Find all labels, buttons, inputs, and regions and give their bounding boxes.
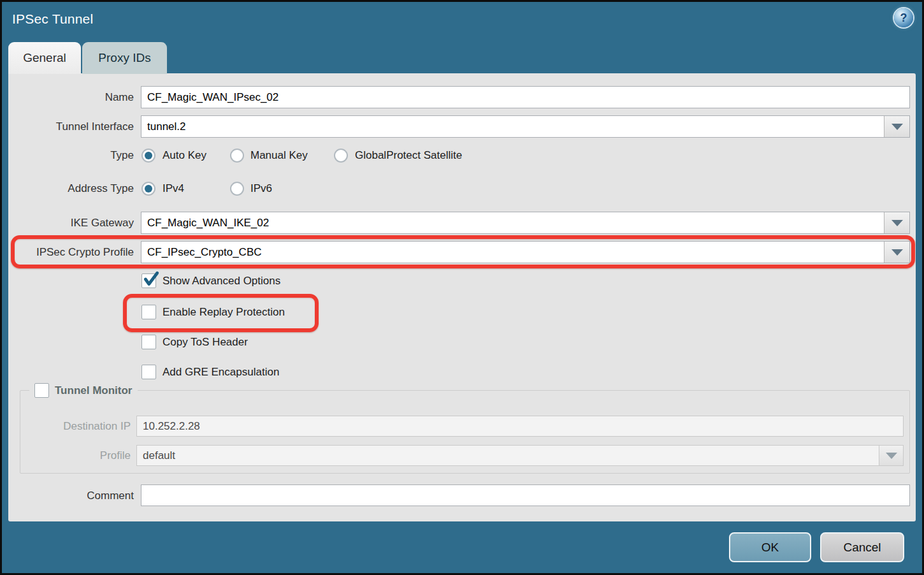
checkbox-show-advanced-options-label: Show Advanced Options xyxy=(162,273,280,288)
profile-dropdown-trigger[interactable] xyxy=(879,446,903,465)
ike-gateway-input[interactable] xyxy=(141,212,884,233)
ike-gateway-label: IKE Gateway xyxy=(8,212,134,234)
general-tab-panel: Name Tunnel Interface Type Auto Key Manu… xyxy=(8,73,916,521)
chevron-down-icon xyxy=(892,220,903,226)
radio-manual-key[interactable] xyxy=(230,149,244,163)
dialog-title: IPSec Tunnel xyxy=(12,11,93,27)
radio-ipv4[interactable] xyxy=(141,182,155,196)
destination-ip-input[interactable] xyxy=(136,416,904,437)
ike-gateway-combo xyxy=(141,212,910,234)
checkbox-enable-replay-protection[interactable] xyxy=(141,305,156,319)
tunnel-monitor-fieldset: Tunnel Monitor Destination IP Profile xyxy=(20,390,910,474)
checkbox-add-gre-encapsulation[interactable] xyxy=(141,365,156,379)
radio-auto-key[interactable] xyxy=(141,149,155,163)
name-label: Name xyxy=(8,86,134,108)
tunnel-interface-label: Tunnel Interface xyxy=(8,115,134,138)
tab-proxy-ids[interactable]: Proxy IDs xyxy=(82,42,167,74)
radio-ipv6[interactable] xyxy=(230,182,244,196)
tab-general[interactable]: General xyxy=(8,42,81,74)
ipsec-tunnel-dialog: IPSec Tunnel ? General Proxy IDs Name Tu… xyxy=(0,0,924,575)
comment-label: Comment xyxy=(8,484,134,507)
name-input[interactable] xyxy=(141,86,910,108)
tunnel-interface-combo xyxy=(141,115,910,138)
comment-input[interactable] xyxy=(141,484,910,506)
checkbox-show-advanced-options[interactable] xyxy=(141,273,156,288)
ipsec-crypto-profile-label: IPSec Crypto Profile xyxy=(8,241,134,263)
radio-ipv6-label: IPv6 xyxy=(250,182,272,196)
profile-label: Profile xyxy=(20,445,131,466)
checkbox-copy-tos-header[interactable] xyxy=(141,335,156,349)
checkbox-copy-tos-header-label: Copy ToS Header xyxy=(162,335,248,349)
radio-globalprotect-satellite-label: GlobalProtect Satellite xyxy=(355,149,462,163)
checkbox-tunnel-monitor[interactable] xyxy=(34,383,49,398)
radio-manual-key-label: Manual Key xyxy=(250,149,308,163)
checkbox-enable-replay-protection-label: Enable Replay Protection xyxy=(162,305,285,319)
chevron-down-icon xyxy=(892,124,903,130)
tab-proxy-ids-label: Proxy IDs xyxy=(98,51,150,64)
address-type-label: Address Type xyxy=(8,182,134,196)
type-label: Type xyxy=(8,149,134,163)
radio-ipv4-label: IPv4 xyxy=(162,182,184,196)
ipsec-crypto-profile-input[interactable] xyxy=(141,242,884,263)
chevron-down-icon xyxy=(886,453,897,459)
tab-general-label: General xyxy=(23,51,66,64)
ipsec-crypto-profile-combo xyxy=(141,241,910,263)
radio-auto-key-label: Auto Key xyxy=(162,149,206,163)
ipsec-crypto-profile-dropdown-trigger[interactable] xyxy=(884,242,909,263)
profile-input[interactable] xyxy=(137,446,879,465)
help-icon[interactable]: ? xyxy=(894,8,913,27)
cancel-button[interactable]: Cancel xyxy=(820,532,904,562)
tunnel-monitor-label: Tunnel Monitor xyxy=(55,384,133,397)
profile-combo xyxy=(136,445,904,466)
destination-ip-label: Destination IP xyxy=(20,416,131,437)
tunnel-interface-dropdown-trigger[interactable] xyxy=(884,116,909,137)
ike-gateway-dropdown-trigger[interactable] xyxy=(884,212,909,233)
checkmark-icon xyxy=(143,271,159,288)
chevron-down-icon xyxy=(892,249,903,256)
radio-globalprotect-satellite[interactable] xyxy=(334,149,348,163)
ok-button[interactable]: OK xyxy=(729,532,811,562)
tunnel-monitor-legend: Tunnel Monitor xyxy=(29,383,138,398)
checkbox-add-gre-encapsulation-label: Add GRE Encapsulation xyxy=(162,365,279,379)
tunnel-interface-input[interactable] xyxy=(141,116,884,137)
